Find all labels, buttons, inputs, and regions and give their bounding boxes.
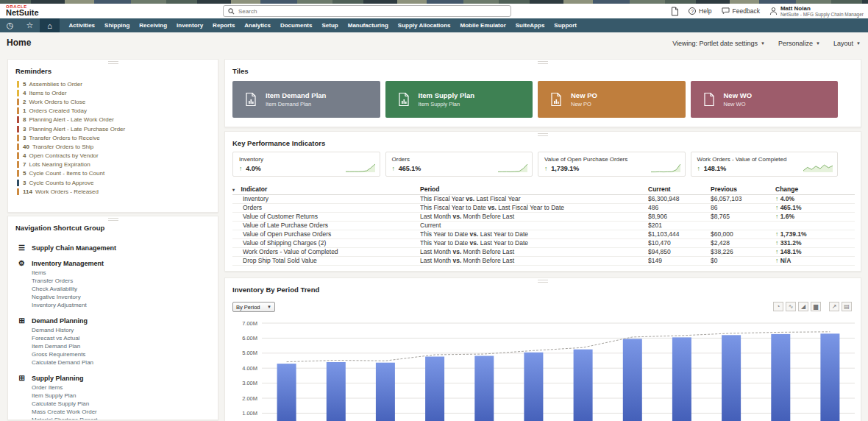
layout-dropdown[interactable]: Layout ▼ bbox=[833, 40, 861, 47]
reminder-item[interactable]: 114Work Orders - Released bbox=[8, 187, 218, 196]
kpi-card-inventory[interactable]: Inventory↑4.0% bbox=[232, 152, 380, 177]
shortcut-group-demand-planning[interactable]: ⊞Demand Planning bbox=[17, 316, 218, 325]
column-header-indicator[interactable]: ▾ Indicator bbox=[232, 184, 420, 194]
shortcut-link-check-availability[interactable]: Check Availability bbox=[32, 285, 218, 293]
help-menu[interactable]: ? Help bbox=[689, 7, 711, 15]
kpi-card-value-of-open-purchase-orders[interactable]: Value of Open Purchase Orders↑1,739.1% bbox=[538, 152, 686, 177]
reminder-item[interactable]: 2Work Orders to Close bbox=[8, 97, 218, 106]
nav-item-activities[interactable]: Activities bbox=[64, 22, 100, 29]
shortcut-link-forecast-vs-actual[interactable]: Forecast vs Actual bbox=[32, 334, 218, 342]
nav-item-inventory[interactable]: Inventory bbox=[172, 22, 208, 29]
recent-records-icon[interactable]: ◷ bbox=[0, 18, 20, 32]
period-cell: Last Month vs. Month Before Last bbox=[420, 256, 648, 265]
pie-chart-icon[interactable]: ◔ bbox=[773, 302, 783, 311]
shortcut-link-order-items[interactable]: Order Items bbox=[32, 383, 218, 392]
column-header-current[interactable]: Current bbox=[648, 184, 711, 194]
shortcut-link-material-shortage-report[interactable]: Material Shortage Report bbox=[32, 416, 218, 420]
reminder-item[interactable]: 3Transfer Orders to Receive bbox=[8, 133, 218, 142]
shortcut-link-negative-inventory[interactable]: Negative Inventory bbox=[32, 293, 218, 301]
home-icon[interactable]: ⌂ bbox=[40, 18, 60, 32]
search-input[interactable] bbox=[238, 8, 506, 15]
shortcut-link-item-demand-plan[interactable]: Item Demand Plan bbox=[32, 342, 218, 350]
current-cell: $201 bbox=[648, 221, 711, 230]
indicator-cell[interactable]: Orders bbox=[232, 203, 420, 212]
reminder-item[interactable]: 3Cycle Counts to Approve bbox=[8, 178, 218, 187]
nav-item-reports[interactable]: Reports bbox=[208, 22, 240, 29]
reminder-item[interactable]: 3Planning Alert - Late Purchase Order bbox=[8, 124, 218, 133]
group-label: Supply Chain Management bbox=[32, 244, 116, 252]
column-header-change[interactable]: Change bbox=[775, 184, 855, 194]
column-header-period[interactable]: Period bbox=[420, 184, 648, 194]
portlet-drag-handle[interactable] bbox=[108, 218, 118, 221]
portlet-drag-handle[interactable] bbox=[108, 61, 118, 64]
indicator-cell[interactable]: Value of Customer Returns bbox=[232, 212, 420, 221]
nav-item-analytics[interactable]: Analytics bbox=[240, 22, 276, 29]
global-search[interactable] bbox=[223, 5, 511, 17]
reminder-item[interactable]: 5Cycle Count - Items to Count bbox=[8, 169, 218, 178]
shortcut-link-calculate-supply-plan[interactable]: Calculate Supply Plan bbox=[32, 400, 218, 408]
portlet-date-settings-dropdown[interactable]: Viewing: Portlet date settings ▼ bbox=[672, 40, 765, 47]
shortcut-group-supply-planning[interactable]: ⊞Supply Planning bbox=[17, 374, 218, 382]
shortcuts-star-icon[interactable]: ☆ bbox=[20, 18, 40, 32]
shortcut-link-demand-history[interactable]: Demand History bbox=[32, 326, 218, 334]
trend-chart-icon[interactable]: ↗ bbox=[829, 302, 839, 311]
reminder-item[interactable]: 4Items to Order bbox=[8, 88, 218, 97]
period-filter-select[interactable]: By Period ▼ bbox=[232, 302, 275, 312]
new-document-icon[interactable] bbox=[671, 7, 679, 16]
shortcut-link-items[interactable]: Items bbox=[32, 269, 218, 277]
indicator-cell[interactable]: Drop Ship Total Sold Value bbox=[232, 256, 420, 265]
nav-item-suiteapps[interactable]: SuiteApps bbox=[511, 22, 549, 29]
indicator-cell[interactable]: Inventory bbox=[232, 194, 420, 203]
nav-item-manufacturing[interactable]: Manufacturing bbox=[343, 22, 393, 29]
up-arrow-icon: ↑ bbox=[697, 165, 700, 172]
nav-item-mobile-emulator[interactable]: Mobile Emulator bbox=[455, 22, 511, 29]
portlet-drag-handle[interactable] bbox=[538, 61, 548, 64]
personalize-dropdown[interactable]: Personalize ▼ bbox=[778, 40, 820, 47]
tile-item-supply-plan[interactable]: Item Supply PlanItem Supply Plan bbox=[385, 81, 533, 118]
indicator-cell[interactable]: Value of Shipping Charges (2) bbox=[232, 238, 420, 247]
line-chart-icon[interactable]: ∿ bbox=[786, 302, 796, 311]
shortcut-group-inventory-management[interactable]: ⚙Inventory Management bbox=[17, 259, 218, 267]
bar-chart-icon[interactable]: ▆ bbox=[811, 302, 821, 311]
reminder-item[interactable]: 4Open Contracts by Vendor bbox=[8, 152, 218, 160]
column-header-previous[interactable]: Previous bbox=[711, 184, 775, 194]
feedback-menu[interactable]: Feedback bbox=[722, 7, 760, 15]
nav-item-documents[interactable]: Documents bbox=[275, 22, 317, 29]
user-menu[interactable]: Matt Nolan NetSuite - MFG Supply Chain M… bbox=[769, 5, 864, 18]
kpi-card-orders[interactable]: Orders↑465.1% bbox=[385, 152, 533, 177]
indicator-cell[interactable]: Value of Open Purchase Orders bbox=[232, 230, 420, 238]
kpi-change-value: 148.1% bbox=[704, 165, 727, 172]
nav-item-support[interactable]: Support bbox=[549, 22, 582, 29]
vs-label: vs. bbox=[468, 239, 480, 247]
tile-item-demand-plan[interactable]: Item Demand PlanItem Demand Plan bbox=[232, 81, 380, 118]
portlet-drag-handle[interactable] bbox=[538, 133, 548, 136]
reminder-count: 8 bbox=[23, 116, 26, 123]
nav-item-shipping[interactable]: Shipping bbox=[100, 22, 135, 29]
area-chart-icon[interactable]: ◢ bbox=[798, 302, 808, 311]
shortcut-link-calculate-demand-plan[interactable]: Calculate Demand Plan bbox=[32, 358, 218, 367]
combo-chart-icon[interactable]: ▤ bbox=[842, 302, 852, 311]
kpi-card-work-orders-value-of-completed[interactable]: Work Orders - Value of Completed↑148.1% bbox=[691, 152, 839, 177]
reminder-item[interactable]: 8Planning Alert - Late Work Order bbox=[8, 116, 218, 124]
reminder-item[interactable]: 1Orders Created Today bbox=[8, 107, 218, 116]
shortcut-link-item-supply-plan[interactable]: Item Supply Plan bbox=[32, 392, 218, 400]
top-header: ORACLE NetSuite ? Help Feedback Matt Nol… bbox=[0, 4, 868, 18]
shortcut-group-supply-chain-management[interactable]: ☰Supply Chain Management bbox=[17, 244, 218, 252]
kpi-portlet: Key Performance Indicators Inventory↑4.0… bbox=[224, 131, 861, 272]
reminder-item[interactable]: 7Lots Nearing Expiration bbox=[8, 160, 218, 169]
reminder-item[interactable]: 5Assemblies to Order bbox=[8, 79, 218, 88]
portlet-drag-handle[interactable] bbox=[538, 280, 548, 283]
tile-new-po[interactable]: New PONew PO bbox=[538, 81, 686, 118]
nav-item-supply-allocations[interactable]: Supply Allocations bbox=[393, 22, 455, 29]
netsuite-logo[interactable]: ORACLE NetSuite bbox=[6, 4, 39, 17]
indicator-cell[interactable]: Value of Late Purchase Orders bbox=[232, 221, 420, 230]
indicator-cell[interactable]: Work Orders - Value of Completed bbox=[232, 247, 420, 256]
shortcut-link-mass-create-work-order[interactable]: Mass Create Work Order bbox=[32, 408, 218, 416]
nav-item-receiving[interactable]: Receiving bbox=[135, 22, 172, 29]
shortcut-link-inventory-adjustment[interactable]: Inventory Adjustment bbox=[32, 301, 218, 309]
shortcut-link-gross-requirements[interactable]: Gross Requirements bbox=[32, 350, 218, 358]
tile-new-wo[interactable]: New WONew WO bbox=[691, 81, 839, 118]
shortcut-link-transfer-orders[interactable]: Transfer Orders bbox=[32, 277, 218, 285]
nav-item-setup[interactable]: Setup bbox=[317, 22, 343, 29]
reminder-item[interactable]: 40Transfer Orders to Ship bbox=[8, 142, 218, 151]
